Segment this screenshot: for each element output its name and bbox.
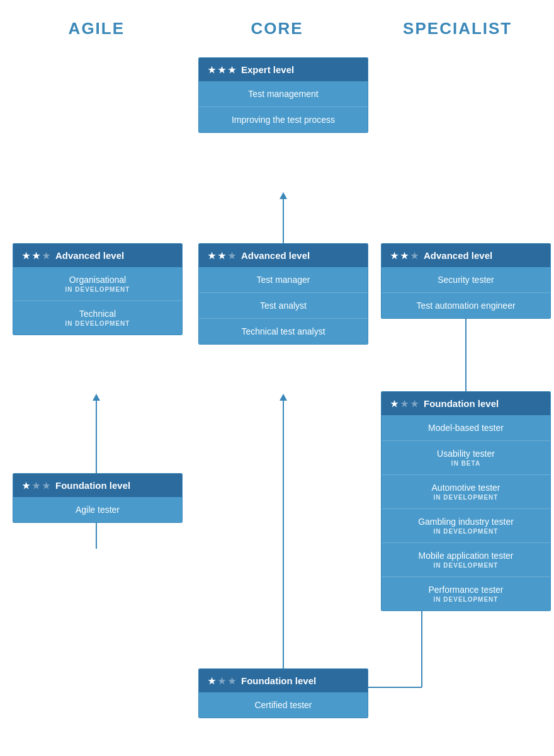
core-foundation-card: ★ ★ ★ Foundation level Certified tester	[198, 668, 368, 718]
expert-level-card: ★ ★ ★ Expert level Test management Impro…	[198, 57, 368, 133]
specialist-advanced-body: Security tester Test automation engineer	[382, 267, 550, 318]
core-foundation-body: Certified tester	[199, 692, 368, 718]
core-foundation-header: ★ ★ ★ Foundation level	[199, 669, 368, 692]
svg-marker-5	[280, 192, 287, 199]
expert-level-body: Test management Improving the test proce…	[199, 81, 368, 132]
specialist-foundation-stars: ★ ★ ★	[390, 399, 419, 409]
specialist-item-mobile: Mobile application tester IN DEVELOPMENT	[382, 542, 550, 576]
core-item-certified: Certified tester	[199, 692, 368, 718]
agile-foundation-body: Agile tester	[13, 497, 182, 522]
agile-foundation-title: Foundation level	[55, 480, 130, 491]
specialist-advanced-title: Advanced level	[424, 250, 492, 261]
agile-advanced-card: ★ ★ ★ Advanced level Organisational IN D…	[13, 243, 183, 335]
agile-advanced-body: Organisational IN DEVELOPMENT Technical …	[13, 267, 182, 335]
agile-advanced-stars: ★ ★ ★	[22, 251, 50, 261]
core-column-header: CORE	[187, 13, 368, 45]
specialist-item-performance: Performance tester IN DEVELOPMENT	[382, 576, 550, 610]
core-foundation-stars: ★ ★ ★	[208, 676, 236, 686]
agile-advanced-header: ★ ★ ★ Advanced level	[13, 244, 182, 267]
svg-marker-3	[280, 394, 287, 401]
specialist-advanced-header: ★ ★ ★ Advanced level	[382, 244, 550, 267]
agile-foundation-card: ★ ★ ★ Foundation level Agile tester	[13, 473, 183, 523]
core-advanced-header: ★ ★ ★ Advanced level	[199, 244, 368, 267]
core-advanced-stars: ★ ★ ★	[208, 251, 236, 261]
core-item-technical-test-analyst: Technical test analyst	[199, 318, 368, 344]
agile-item-technical: Technical IN DEVELOPMENT	[13, 301, 182, 335]
specialist-foundation-body: Model-based tester Usability tester IN B…	[382, 415, 550, 610]
specialist-item-gambling: Gambling industry tester IN DEVELOPMENT	[382, 508, 550, 542]
core-foundation-title: Foundation level	[241, 675, 316, 686]
specialist-foundation-title: Foundation level	[424, 398, 499, 409]
specialist-advanced-card: ★ ★ ★ Advanced level Security tester Tes…	[381, 243, 551, 319]
agile-column-header: AGILE	[6, 13, 187, 45]
specialist-foundation-header: ★ ★ ★ Foundation level	[382, 392, 550, 415]
agile-foundation-stars: ★ ★ ★	[22, 481, 50, 491]
agile-item-organisational: Organisational IN DEVELOPMENT	[13, 267, 182, 301]
specialist-foundation-card: ★ ★ ★ Foundation level Model-based teste…	[381, 391, 551, 611]
core-advanced-card: ★ ★ ★ Advanced level Test manager Test a…	[198, 243, 368, 345]
specialist-advanced-stars: ★ ★ ★	[390, 251, 419, 261]
specialist-item-automation: Test automation engineer	[382, 292, 550, 318]
agile-item-agile-tester: Agile tester	[13, 497, 182, 522]
core-advanced-title: Advanced level	[241, 250, 310, 261]
svg-marker-1	[93, 394, 100, 401]
agile-advanced-title: Advanced level	[55, 250, 124, 261]
specialist-column-header: SPECIALIST	[367, 13, 548, 45]
core-advanced-body: Test manager Test analyst Technical test…	[199, 267, 368, 344]
expert-stars: ★ ★ ★	[208, 65, 236, 75]
core-item-test-manager: Test manager	[199, 267, 368, 292]
specialist-item-automotive: Automotive tester IN DEVELOPMENT	[382, 474, 550, 508]
expert-item-improving: Improving the test process	[199, 106, 368, 132]
expert-level-title: Expert level	[241, 64, 294, 75]
specialist-item-model: Model-based tester	[382, 415, 550, 440]
expert-item-test-management: Test management	[199, 81, 368, 106]
agile-foundation-header: ★ ★ ★ Foundation level	[13, 474, 182, 497]
expert-level-header: ★ ★ ★ Expert level	[199, 58, 368, 81]
core-item-test-analyst: Test analyst	[199, 292, 368, 318]
specialist-item-usability: Usability tester IN BETA	[382, 440, 550, 474]
specialist-item-security: Security tester	[382, 267, 550, 292]
